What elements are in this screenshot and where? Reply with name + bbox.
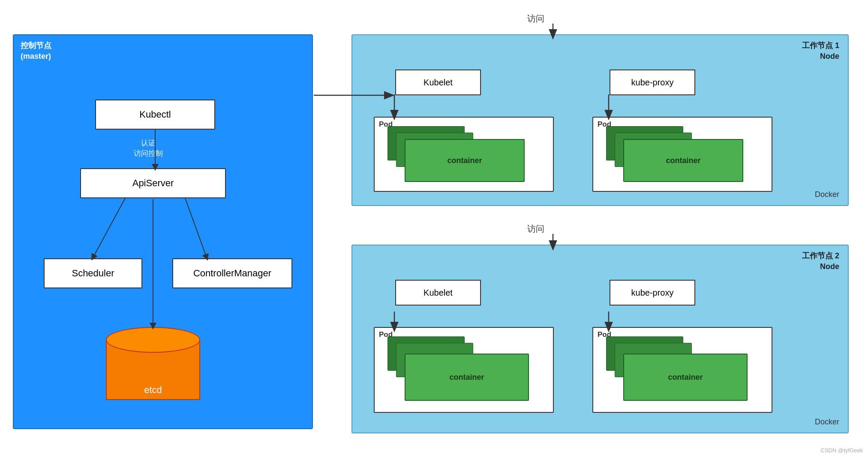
container-front-b: container — [623, 139, 743, 182]
w2-container-front: container — [405, 354, 529, 401]
controller-manager-box: ControllerManager — [172, 258, 292, 288]
visit-label-1: 访问 — [527, 13, 544, 24]
worker2-kubelet: Kubelet — [395, 280, 481, 306]
worker1-pod2: Pod container — [592, 117, 772, 192]
worker-node-1-label: 工作节点 1 Node — [802, 40, 839, 62]
apiserver-box: ApiServer — [80, 168, 226, 198]
auth-label: 认证 访问控制 — [134, 138, 163, 159]
worker-node-2: 工作节点 2 Node Docker Kubelet kube-proxy Po… — [351, 245, 849, 433]
visit-label-2: 访问 — [527, 223, 544, 235]
worker-node-1: 工作节点 1 Node Docker Kubelet kube-proxy Po… — [351, 34, 849, 206]
master-label: 控制节点 (master) — [21, 40, 51, 62]
watermark: CSDN @tyfGeek — [821, 447, 863, 454]
worker-node-1-docker: Docker — [815, 190, 839, 199]
etcd-container: etcd — [106, 327, 200, 404]
worker1-kubeproxy: kube-proxy — [610, 70, 695, 95]
worker-node-2-label: 工作节点 2 Node — [802, 251, 839, 272]
scheduler-box: Scheduler — [44, 258, 142, 288]
etcd-top — [106, 327, 200, 353]
worker-node-2-docker: Docker — [815, 418, 839, 427]
kubectl-box: Kubectl — [95, 100, 215, 130]
w2-container-front-b: container — [623, 354, 748, 401]
svg-line-2 — [185, 198, 207, 257]
svg-line-1 — [93, 198, 125, 257]
etcd-label: etcd — [106, 384, 200, 396]
master-node: 控制节点 (master) Kubectl 认证 访问控制 ApiServer … — [13, 34, 313, 429]
worker1-kubelet: Kubelet — [395, 70, 481, 95]
worker2-kubeproxy: kube-proxy — [610, 280, 695, 306]
worker1-pod1: Pod container — [374, 117, 554, 192]
worker2-pod2: Pod container — [592, 327, 772, 413]
worker2-pod1: Pod container — [374, 327, 554, 413]
canvas: 控制节点 (master) Kubectl 认证 访问控制 ApiServer … — [0, 0, 868, 457]
container-front: container — [405, 139, 525, 182]
